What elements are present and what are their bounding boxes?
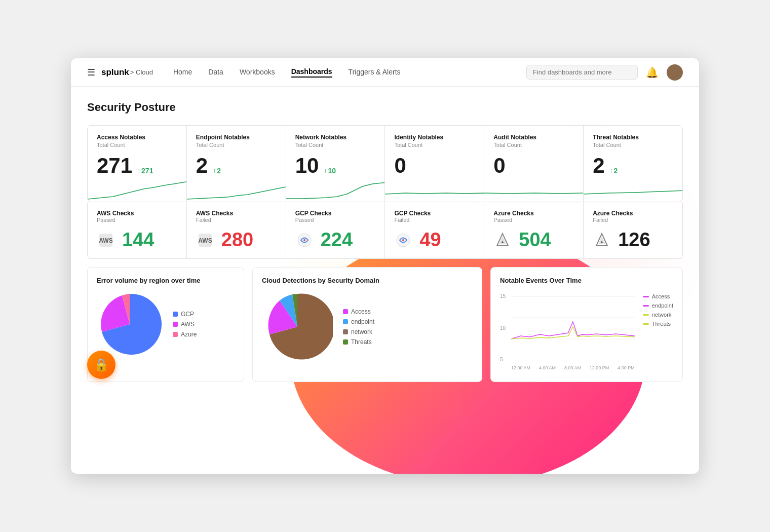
aws-dot bbox=[173, 322, 178, 327]
bottom-charts-row: Error volume by region over time GCP bbox=[87, 267, 683, 382]
endpoint-dot bbox=[343, 319, 348, 324]
legend-endpoint-line: endpoint bbox=[643, 302, 673, 309]
gcp-passed-card: GCP Checks Passed 224 bbox=[286, 203, 385, 258]
error-pie-chart bbox=[97, 291, 163, 357]
network-notables-subtitle: Total Count bbox=[295, 142, 376, 148]
notables-row: Access Notables Total Count 271 ↑ 271 En… bbox=[87, 125, 683, 202]
threat-notables-card: Threat Notables Total Count 2 ↑ 2 bbox=[584, 126, 682, 202]
legend-access-line: Access bbox=[643, 293, 673, 299]
gcp-failed-card: GCP Checks Failed 49 bbox=[385, 203, 484, 258]
gcp-icon bbox=[295, 231, 314, 249]
access-sparkline bbox=[88, 176, 186, 202]
svg-point-7 bbox=[402, 239, 404, 241]
checks-row: AWS Checks Passed AWS 144 AWS Checks Fai… bbox=[87, 203, 683, 259]
gcp-failed-title: GCP Checks bbox=[394, 210, 475, 217]
gcp-passed-subtitle: Passed bbox=[295, 217, 376, 223]
network-dot bbox=[343, 329, 348, 334]
legend-threats-line: Threats bbox=[643, 321, 673, 327]
threat-notables-value: 2 bbox=[593, 155, 604, 176]
endpoint-notables-title: Endpoint Notables bbox=[196, 134, 277, 141]
endpoint-notables-subtitle: Total Count bbox=[196, 142, 277, 148]
network-sparkline bbox=[286, 176, 385, 202]
arrow-icon: ↑ bbox=[610, 167, 613, 174]
x-axis-labels: 12:00 AM 4:00 AM 8:00 AM 12:00 PM 4:00 P… bbox=[511, 365, 635, 370]
legend-azure: Azure bbox=[173, 331, 197, 338]
gcp-failed-icon bbox=[394, 231, 412, 249]
error-volume-title: Error volume by region over time bbox=[97, 277, 235, 284]
notable-events-title: Notable Events Over Time bbox=[500, 277, 673, 284]
audit-notables-value: 0 bbox=[493, 155, 505, 176]
threat-notables-subtitle: Total Count bbox=[593, 142, 673, 148]
line-chart-area: 15 10 5 bbox=[500, 291, 635, 372]
search-input[interactable] bbox=[526, 65, 638, 80]
svg-text:▲: ▲ bbox=[600, 240, 604, 244]
lock-button[interactable]: 🔒 bbox=[87, 351, 115, 379]
aws-failed-title: AWS Checks bbox=[196, 210, 277, 217]
bell-icon[interactable]: 🔔 bbox=[646, 66, 659, 79]
azure-passed-value: 504 bbox=[519, 229, 551, 251]
azure-passed-card: Azure Checks Passed ▲ 504 bbox=[484, 203, 583, 258]
nav-dashboards[interactable]: Dashboards bbox=[291, 67, 332, 78]
access-line-dot bbox=[643, 296, 649, 297]
error-pie-legend: GCP AWS Azure bbox=[173, 311, 197, 338]
nav-data[interactable]: Data bbox=[208, 68, 223, 77]
endpoint-line-dot bbox=[643, 305, 649, 307]
nav-home[interactable]: Home bbox=[173, 68, 192, 77]
svg-text:AWS: AWS bbox=[198, 237, 212, 244]
nav-triggers[interactable]: Triggers & Alerts bbox=[349, 68, 401, 77]
azure-failed-value: 126 bbox=[618, 229, 650, 251]
legend-access: Access bbox=[343, 308, 374, 315]
identity-notables-subtitle: Total Count bbox=[394, 142, 475, 148]
svg-text:▲: ▲ bbox=[500, 240, 505, 244]
azure-icon: ▲ bbox=[493, 231, 512, 249]
threat-sparkline bbox=[584, 176, 682, 202]
line-chart-legend: Access endpoint network Threats bbox=[643, 291, 673, 372]
lock-icon: 🔒 bbox=[94, 358, 109, 372]
access-notables-subtitle: Total Count bbox=[97, 142, 177, 148]
access-notables-card: Access Notables Total Count 271 ↑ 271 bbox=[88, 126, 186, 202]
audit-notables-card: Audit Notables Total Count 0 bbox=[484, 126, 583, 202]
endpoint-notables-delta: ↑ 2 bbox=[213, 167, 221, 175]
cloud-pie-legend: Access endpoint network Threats bbox=[343, 308, 374, 346]
arrow-icon: ↑ bbox=[324, 167, 327, 174]
azure-passed-title: Azure Checks bbox=[493, 210, 574, 217]
aws-failed-card: AWS Checks Failed AWS 280 bbox=[187, 203, 286, 258]
navigation: ☰ splunk > Cloud Home Data Workbooks Das… bbox=[71, 58, 699, 87]
access-notables-value: 271 bbox=[97, 155, 132, 176]
notable-events-chart: Notable Events Over Time 15 10 5 bbox=[490, 267, 683, 382]
gcp-dot bbox=[173, 312, 178, 317]
aws-failed-icon: AWS bbox=[196, 231, 214, 249]
aws-passed-value: 144 bbox=[122, 229, 154, 251]
azure-dot bbox=[173, 332, 178, 337]
network-notables-title: Network Notables bbox=[295, 134, 376, 141]
access-dot bbox=[343, 309, 348, 314]
identity-notables-card: Identity Notables Total Count 0 bbox=[385, 126, 484, 202]
azure-passed-subtitle: Passed bbox=[493, 217, 574, 223]
gcp-failed-subtitle: Failed bbox=[394, 217, 475, 223]
legend-threats: Threats bbox=[343, 338, 374, 346]
gcp-failed-value: 49 bbox=[419, 229, 441, 251]
endpoint-sparkline bbox=[187, 176, 286, 202]
y-axis-labels: 15 10 5 bbox=[500, 291, 511, 372]
avatar[interactable] bbox=[667, 64, 683, 81]
threat-notables-delta: ↑ 2 bbox=[610, 167, 618, 175]
arrow-icon: ↑ bbox=[137, 167, 140, 174]
audit-notables-subtitle: Total Count bbox=[493, 142, 574, 148]
nav-right: 🔔 bbox=[526, 64, 683, 81]
legend-endpoint: endpoint bbox=[343, 318, 374, 325]
audit-notables-title: Audit Notables bbox=[493, 134, 574, 141]
nav-workbooks[interactable]: Workbooks bbox=[240, 68, 275, 77]
aws-passed-card: AWS Checks Passed AWS 144 bbox=[88, 203, 186, 258]
legend-network-line: network bbox=[643, 312, 673, 318]
network-notables-value: 10 bbox=[295, 155, 319, 176]
hamburger-menu[interactable]: ☰ bbox=[87, 67, 95, 78]
aws-failed-value: 280 bbox=[221, 229, 253, 251]
access-notables-title: Access Notables bbox=[97, 134, 177, 141]
logo: splunk > Cloud bbox=[101, 67, 153, 78]
azure-failed-card: Azure Checks Failed ▲ 126 bbox=[584, 203, 682, 258]
main-content: Security Posture Access Notables Total C… bbox=[71, 87, 699, 394]
network-notables-card: Network Notables Total Count 10 ↑ 10 bbox=[286, 126, 385, 202]
network-line-dot bbox=[643, 314, 649, 316]
azure-failed-subtitle: Failed bbox=[593, 217, 673, 223]
aws-failed-subtitle: Failed bbox=[196, 217, 277, 223]
